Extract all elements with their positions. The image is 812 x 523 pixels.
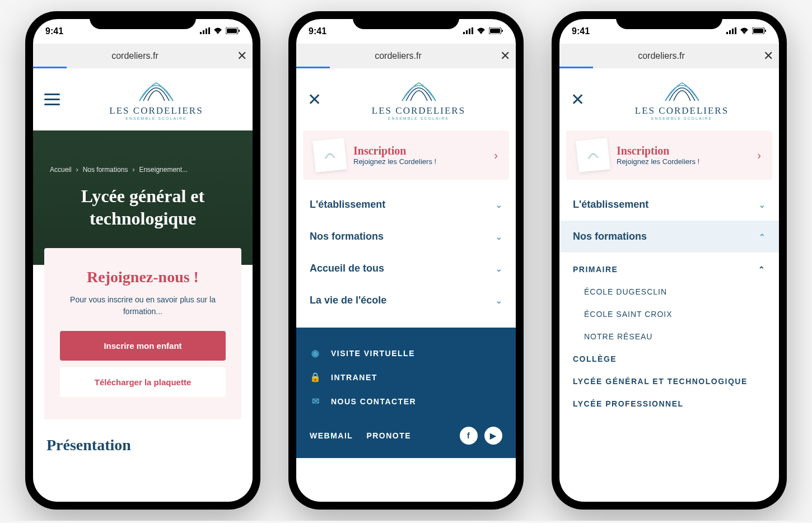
facebook-icon[interactable]: f — [460, 427, 478, 445]
footer-link-intranet[interactable]: 🔒 INTRANET — [310, 365, 502, 389]
chevron-down-icon: ⌄ — [496, 200, 502, 209]
menu-item-formations[interactable]: Nos formations ⌄ — [296, 221, 516, 253]
cta-card: Rejoignez-nous ! Pour vous inscrire ou e… — [44, 248, 241, 419]
close-icon[interactable]: ✕ — [763, 49, 773, 63]
svg-rect-12 — [490, 29, 500, 33]
browser-address-bar[interactable]: cordeliers.fr ✕ — [33, 44, 253, 68]
close-menu-icon[interactable]: ✕ — [571, 90, 585, 109]
logo-name: LES CORDELIERS — [372, 105, 465, 116]
compass-icon: ◉ — [310, 348, 322, 358]
svg-rect-1 — [203, 30, 204, 34]
svg-rect-10 — [472, 27, 473, 34]
phone-notch — [616, 11, 722, 29]
submenu-group-college[interactable]: COLLÈGE — [573, 348, 766, 370]
chevron-down-icon: ⌄ — [496, 264, 502, 273]
inscription-thumbnail — [312, 138, 347, 172]
arrow-right-icon: › — [494, 149, 498, 162]
footer-link-contact[interactable]: ✉ NOUS CONTACTER — [310, 389, 502, 413]
close-menu-icon[interactable]: ✕ — [307, 90, 321, 109]
menu-item-vie-ecole[interactable]: La vie de l'école ⌄ — [296, 284, 516, 316]
phone-notch — [90, 11, 196, 29]
logo[interactable]: LES CORDELIERS ENSEMBLE SCOLAIRE — [596, 78, 768, 120]
logo-mark-icon — [137, 78, 176, 103]
status-time: 9:41 — [572, 26, 590, 36]
svg-rect-17 — [735, 27, 736, 34]
chevron-down-icon: ⌄ — [496, 232, 502, 241]
submenu-link-dugesclin[interactable]: ÉCOLE DUGESCLIN — [573, 281, 766, 303]
phone-mockup-3: 9:41 cordeliers.fr ✕ ✕ LES CORDELIERS EN… — [552, 11, 787, 510]
footer-links: ◉ VISITE VIRTUELLE 🔒 INTRANET ✉ NOUS CON… — [296, 328, 516, 458]
chevron-down-icon: ⌄ — [496, 296, 502, 305]
footer-bar-pronote[interactable]: PRONOTE — [366, 431, 411, 440]
logo[interactable]: LES CORDELIERS ENSEMBLE SCOLAIRE — [71, 78, 241, 120]
phone-mockup-1: 9:41 cordeliers.fr ✕ LES CORDE — [25, 11, 260, 510]
wifi-icon — [740, 26, 749, 36]
svg-rect-6 — [239, 30, 240, 32]
battery-icon — [226, 26, 240, 36]
svg-rect-15 — [729, 30, 731, 34]
progress-bar — [296, 67, 330, 68]
svg-rect-0 — [200, 32, 202, 34]
svg-rect-8 — [466, 30, 468, 34]
browser-address-bar[interactable]: cordeliers.fr ✕ — [296, 44, 516, 68]
signal-icon — [726, 26, 736, 36]
inscription-subtitle: Rejoignez les Cordeliers ! — [617, 157, 749, 166]
hero-title: Lycée général et technologique — [50, 185, 236, 230]
progress-bar — [33, 67, 67, 68]
card-text: Pour vous inscrire ou en savoir plus sur… — [60, 294, 226, 317]
logo-name: LES CORDELIERS — [109, 105, 203, 116]
svg-rect-7 — [463, 32, 465, 34]
logo-tagline: ENSEMBLE SCOLAIRE — [125, 116, 186, 120]
wifi-icon — [213, 26, 222, 36]
submenu-group-primaire[interactable]: PRIMAIRE ⌃ — [573, 258, 766, 281]
url-text: cordeliers.fr — [39, 51, 231, 61]
footer-bar-webmail[interactable]: WEBMAIL — [310, 431, 353, 440]
logo-name: LES CORDELIERS — [635, 105, 729, 116]
submenu-group-lycee-pro[interactable]: LYCÉE PROFESSIONNEL — [573, 393, 766, 415]
submenu-formations: PRIMAIRE ⌃ ÉCOLE DUGESCLIN ÉCOLE SAINT C… — [559, 253, 779, 415]
status-time: 9:41 — [45, 26, 63, 36]
download-brochure-button[interactable]: Télécharger la plaquette — [60, 367, 226, 397]
svg-rect-14 — [726, 32, 728, 34]
logo-mark-icon — [399, 78, 438, 103]
svg-rect-3 — [208, 27, 210, 34]
phone-mockup-2: 9:41 cordeliers.fr ✕ ✕ LES CORDELIERS EN… — [288, 11, 524, 510]
menu-item-formations[interactable]: Nos formations ⌃ — [559, 221, 779, 253]
status-time: 9:41 — [309, 26, 326, 36]
menu-item-accueil[interactable]: Accueil de tous ⌄ — [296, 253, 516, 284]
inscription-title: Inscription — [617, 144, 749, 157]
svg-rect-13 — [502, 30, 503, 32]
signal-icon — [463, 26, 473, 36]
submenu-group-lycee-gt[interactable]: LYCÉE GÉNÉRAL ET TECHNOLOGIQUE — [573, 370, 766, 393]
browser-address-bar[interactable]: cordeliers.fr ✕ — [559, 44, 779, 68]
enroll-button[interactable]: Inscrire mon enfant — [60, 331, 226, 361]
inscription-title: Inscription — [353, 144, 486, 157]
chevron-up-icon: ⌃ — [758, 265, 766, 274]
battery-icon — [489, 26, 503, 36]
logo-tagline: ENSEMBLE SCOLAIRE — [651, 116, 712, 120]
menu-item-etablissement[interactable]: L'établissement ⌄ — [296, 189, 516, 221]
section-heading: Présentation — [33, 419, 253, 454]
logo[interactable]: LES CORDELIERS ENSEMBLE SCOLAIRE — [333, 78, 505, 120]
card-title: Rejoignez-nous ! — [60, 268, 226, 286]
close-icon[interactable]: ✕ — [237, 49, 247, 63]
svg-rect-2 — [206, 29, 207, 34]
menu-item-etablissement[interactable]: L'établissement ⌄ — [559, 189, 779, 221]
submenu-link-saint-croix[interactable]: ÉCOLE SAINT CROIX — [573, 303, 766, 325]
url-text: cordeliers.fr — [302, 51, 494, 61]
hamburger-menu-icon[interactable] — [44, 94, 60, 105]
svg-rect-5 — [227, 29, 237, 33]
battery-icon — [752, 26, 767, 36]
progress-bar — [559, 67, 593, 68]
svg-rect-16 — [732, 29, 734, 34]
inscription-banner[interactable]: Inscription Rejoignez les Cordeliers ! › — [303, 130, 509, 180]
close-icon[interactable]: ✕ — [500, 49, 510, 63]
submenu-link-reseau[interactable]: NOTRE RÉSEAU — [573, 325, 766, 348]
chevron-up-icon: ⌃ — [759, 232, 766, 241]
youtube-icon[interactable]: ▶ — [484, 427, 502, 445]
footer-link-visite[interactable]: ◉ VISITE VIRTUELLE — [310, 341, 502, 365]
hero-banner: Accueil› Nos formations› Enseignement...… — [33, 130, 253, 265]
phone-notch — [353, 11, 459, 29]
breadcrumb[interactable]: Accueil› Nos formations› Enseignement... — [50, 166, 236, 174]
inscription-banner[interactable]: Inscription Rejoignez les Cordeliers ! › — [566, 130, 772, 180]
